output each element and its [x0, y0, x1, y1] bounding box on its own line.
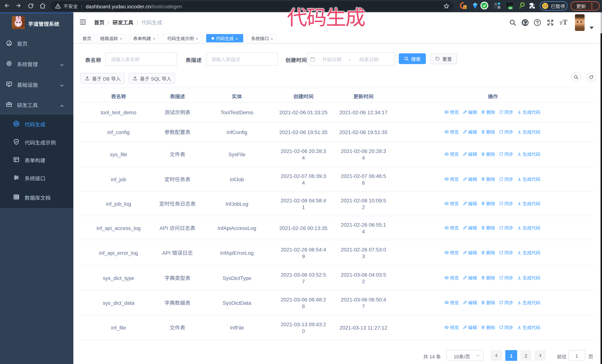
svg-text:on: on	[509, 6, 512, 10]
svg-text:1: 1	[464, 5, 466, 9]
